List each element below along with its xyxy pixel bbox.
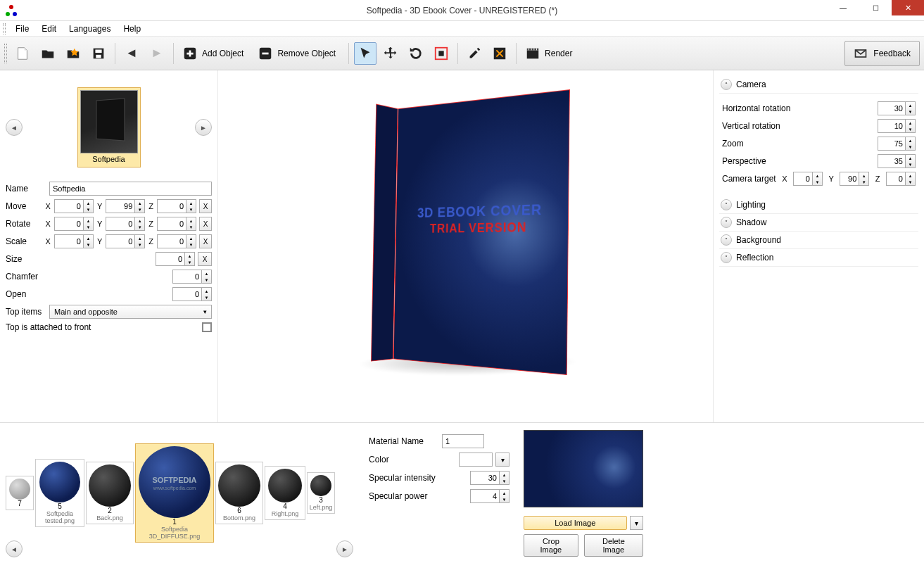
prev-object-button[interactable]: ◄ — [6, 119, 23, 136]
top-attached-checkbox[interactable] — [202, 322, 212, 332]
add-object-button[interactable]: Add Object — [179, 42, 251, 65]
menu-languages[interactable]: Languages — [63, 23, 116, 35]
delete-image-button[interactable]: Delete Image — [584, 534, 643, 557]
rotate-z-input[interactable] — [157, 217, 186, 231]
spinner-arrows[interactable]: ▲▼ — [84, 199, 94, 213]
target-y-input[interactable] — [840, 172, 859, 186]
save-button[interactable] — [87, 42, 110, 65]
move-z-input[interactable] — [157, 199, 186, 213]
spinner-arrows[interactable]: ▲▼ — [906, 101, 916, 115]
rotate-reset-button[interactable]: X — [199, 217, 212, 231]
move-y-input[interactable] — [106, 199, 135, 213]
menu-file[interactable]: File — [10, 23, 34, 35]
move-reset-button[interactable]: X — [199, 199, 212, 213]
top-items-combo[interactable]: Main and opposite — [49, 305, 212, 319]
svg-rect-2 — [96, 54, 101, 58]
close-button[interactable]: ✕ — [892, 0, 924, 15]
spinner-arrows[interactable]: ▲▼ — [500, 489, 510, 503]
material-card[interactable]: 3 Left.png — [307, 472, 335, 514]
perspective-input[interactable] — [878, 154, 906, 168]
reflection-section-header[interactable]: ˅Reflection — [719, 249, 918, 267]
eyedropper-button[interactable] — [463, 42, 486, 65]
material-card-selected[interactable]: SOFTPEDIA www.softpedia.com 1 Softpedia … — [135, 443, 214, 543]
target-z-input[interactable] — [886, 172, 906, 186]
spinner-arrows[interactable]: ▲▼ — [906, 119, 916, 133]
select-tool-button[interactable] — [354, 42, 376, 65]
name-input[interactable] — [49, 182, 212, 196]
next-material-button[interactable]: ► — [336, 540, 353, 557]
move-tool-button[interactable] — [379, 42, 402, 65]
rotate-y-input[interactable] — [106, 217, 135, 231]
open-file-button[interactable] — [37, 42, 59, 65]
spinner-arrows[interactable]: ▲▼ — [906, 137, 916, 151]
material-name-input[interactable] — [442, 434, 484, 448]
effects-button[interactable] — [488, 42, 511, 65]
menu-help[interactable]: Help — [118, 23, 146, 35]
rotate-x-input[interactable] — [54, 217, 84, 231]
color-swatch[interactable] — [459, 453, 493, 467]
scale-reset-button[interactable]: X — [199, 234, 212, 248]
spinner-arrows[interactable]: ▲▼ — [906, 172, 916, 186]
load-image-dropdown[interactable]: ▾ — [630, 516, 643, 530]
object-thumbnail[interactable]: Softpedia — [77, 87, 141, 167]
render-button[interactable]: Render — [521, 42, 580, 65]
lighting-section-header[interactable]: ˅Lighting — [719, 196, 918, 214]
open-input[interactable] — [172, 287, 202, 301]
menu-edit[interactable]: Edit — [36, 23, 62, 35]
rotate-tool-button[interactable] — [405, 42, 427, 65]
material-card[interactable]: 7 — [6, 476, 34, 510]
size-input[interactable] — [156, 252, 185, 266]
horizontal-rotation-input[interactable] — [878, 101, 906, 115]
next-object-button[interactable]: ► — [195, 119, 212, 136]
load-image-button[interactable]: Load Image — [524, 516, 627, 530]
viewport[interactable]: 3D EBOOK COVER TRIAL VERSION — [218, 70, 713, 422]
camera-section-header[interactable]: ˄ Camera — [719, 76, 918, 94]
shadow-section-header[interactable]: ˅Shadow — [719, 214, 918, 232]
feedback-button[interactable]: Feedback — [844, 41, 920, 66]
spinner-arrows[interactable]: ▲▼ — [186, 199, 196, 213]
specular-power-input[interactable] — [470, 489, 500, 503]
redo-button[interactable]: ► — [146, 42, 168, 65]
new-file-button[interactable] — [11, 42, 34, 65]
maximize-button[interactable]: ☐ — [859, 0, 892, 15]
scale-y-input[interactable] — [106, 234, 135, 248]
material-card[interactable]: 5 Softpedia tested.png — [35, 459, 84, 527]
spinner-arrows[interactable]: ▲▼ — [202, 287, 212, 301]
titlebar: Softpedia - 3D Ebook Cover - UNREGISTERE… — [0, 0, 924, 21]
scale-z-input[interactable] — [157, 234, 186, 248]
spinner-arrows[interactable]: ▲▼ — [906, 154, 916, 168]
prev-material-button[interactable]: ◄ — [6, 540, 23, 557]
spinner-arrows[interactable]: ▲▼ — [186, 234, 196, 248]
material-card[interactable]: 4 Right.png — [265, 466, 305, 520]
spinner-arrows[interactable]: ▲▼ — [84, 217, 94, 231]
spinner-arrows[interactable]: ▲▼ — [135, 234, 145, 248]
spinner-arrows[interactable]: ▲▼ — [813, 172, 823, 186]
scale-x-input[interactable] — [54, 234, 84, 248]
color-dropdown-button[interactable]: ▾ — [495, 453, 510, 467]
zoom-input[interactable] — [878, 137, 906, 151]
spinner-arrows[interactable]: ▲▼ — [84, 234, 94, 248]
spinner-arrows[interactable]: ▲▼ — [202, 270, 212, 284]
scale-tool-button[interactable] — [430, 42, 452, 65]
target-x-input[interactable] — [793, 172, 813, 186]
spinner-arrows[interactable]: ▲▼ — [859, 172, 869, 186]
material-card[interactable]: 2 Back.png — [86, 462, 134, 524]
shadow-title: Shadow — [736, 217, 766, 227]
background-section-header[interactable]: ˅Background — [719, 232, 918, 249]
undo-button[interactable]: ◄ — [120, 42, 143, 65]
size-reset-button[interactable]: X — [198, 252, 212, 266]
chamfer-input[interactable] — [172, 270, 202, 284]
spinner-arrows[interactable]: ▲▼ — [185, 252, 195, 266]
crop-image-button[interactable]: Crop Image — [524, 534, 578, 557]
spinner-arrows[interactable]: ▲▼ — [500, 471, 510, 485]
specular-intensity-input[interactable] — [470, 471, 500, 485]
spinner-arrows[interactable]: ▲▼ — [135, 199, 145, 213]
remove-object-button[interactable]: Remove Object — [254, 42, 343, 65]
vertical-rotation-input[interactable] — [878, 119, 906, 133]
open-favorite-button[interactable] — [62, 42, 84, 65]
minimize-button[interactable]: — — [827, 0, 859, 15]
spinner-arrows[interactable]: ▲▼ — [135, 217, 145, 231]
move-x-input[interactable] — [54, 199, 84, 213]
spinner-arrows[interactable]: ▲▼ — [186, 217, 196, 231]
material-card[interactable]: 6 Bottom.png — [215, 462, 263, 524]
